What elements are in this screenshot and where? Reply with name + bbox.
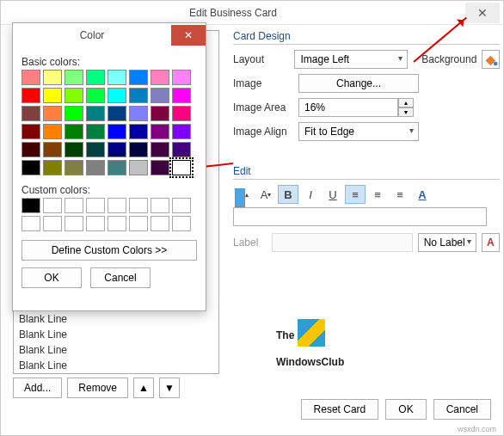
edit-text-input[interactable] (233, 207, 487, 226)
custom-color-swatch[interactable] (151, 198, 169, 213)
cancel-button[interactable]: Cancel (90, 267, 151, 288)
color-swatch[interactable] (108, 160, 126, 175)
custom-color-swatch[interactable] (172, 216, 191, 231)
close-button[interactable]: ✕ (465, 3, 500, 23)
color-swatch[interactable] (43, 106, 62, 121)
color-swatch[interactable] (22, 70, 40, 85)
color-swatch[interactable] (151, 142, 169, 157)
reset-card-button[interactable]: Reset Card (301, 399, 379, 420)
close-button[interactable]: ✕ (171, 25, 206, 46)
color-swatch[interactable] (129, 88, 148, 103)
color-swatch[interactable] (172, 124, 191, 139)
label-color-button[interactable]: A (482, 233, 500, 252)
color-swatch[interactable] (43, 142, 62, 157)
color-swatch[interactable] (172, 70, 191, 85)
color-swatch[interactable] (65, 124, 83, 139)
list-item[interactable]: Blank Line (14, 311, 218, 327)
color-swatch[interactable] (22, 124, 40, 139)
color-swatch[interactable] (172, 106, 191, 121)
color-swatch[interactable] (22, 160, 40, 175)
list-item[interactable]: Blank Line (14, 327, 218, 342)
align-left-button[interactable]: ≡ (345, 185, 366, 204)
color-swatch[interactable] (129, 160, 148, 175)
color-swatch[interactable] (108, 106, 126, 121)
color-swatch[interactable] (22, 88, 40, 103)
color-swatch[interactable] (129, 70, 148, 85)
color-swatch[interactable] (86, 124, 105, 139)
move-down-button[interactable]: ▼ (159, 378, 180, 398)
layout-select[interactable]: Image Left (294, 50, 408, 69)
ok-button[interactable]: OK (22, 267, 82, 288)
color-swatch[interactable] (108, 70, 126, 85)
image-area-spinner[interactable]: 16% ▲▼ (298, 98, 414, 117)
custom-color-swatch[interactable] (43, 216, 62, 231)
custom-color-swatch[interactable] (65, 216, 83, 231)
color-swatch[interactable] (151, 160, 169, 175)
color-swatch[interactable] (86, 106, 105, 121)
list-item[interactable]: Blank Line (14, 342, 218, 358)
align-right-button[interactable]: ≡ (390, 185, 410, 204)
move-up-button[interactable]: ▲ (133, 378, 154, 398)
remove-button[interactable]: Remove (67, 378, 128, 398)
custom-color-swatch[interactable] (108, 198, 126, 213)
custom-color-swatch[interactable] (108, 216, 126, 231)
color-swatch[interactable] (129, 124, 148, 139)
color-swatch[interactable] (65, 160, 83, 175)
custom-color-swatch[interactable] (43, 198, 62, 213)
custom-color-swatch[interactable] (22, 198, 40, 213)
color-swatch[interactable] (108, 124, 126, 139)
image-area-value[interactable]: 16% (298, 98, 398, 117)
label-position-select[interactable]: No Label (418, 233, 476, 252)
font-color-button[interactable]: A (412, 185, 433, 204)
color-swatch[interactable] (22, 106, 40, 121)
custom-color-swatch[interactable] (151, 216, 169, 231)
color-swatch[interactable] (151, 70, 169, 85)
custom-color-swatch[interactable] (129, 216, 148, 231)
color-swatch[interactable] (108, 142, 126, 157)
color-swatch[interactable] (151, 88, 169, 103)
color-swatch[interactable] (172, 142, 191, 157)
label-input[interactable] (272, 233, 413, 252)
color-swatch[interactable] (151, 124, 169, 139)
color-swatch[interactable] (129, 142, 148, 157)
align-center-button[interactable]: ≡ (367, 185, 388, 204)
color-swatch[interactable] (172, 88, 191, 103)
bold-button[interactable]: B (278, 185, 298, 204)
color-swatch[interactable] (65, 88, 83, 103)
background-color-button[interactable] (482, 50, 500, 69)
color-swatch[interactable] (43, 160, 62, 175)
list-item[interactable]: Blank Line (14, 358, 218, 373)
color-swatch[interactable] (22, 142, 40, 157)
color-swatch[interactable] (86, 160, 105, 175)
color-swatch[interactable] (65, 106, 83, 121)
spin-up-icon[interactable]: ▲ (398, 98, 414, 107)
image-align-select[interactable]: Fit to Edge (298, 122, 419, 141)
color-swatch[interactable] (129, 106, 148, 121)
decrease-font-button[interactable]: A▾ (255, 185, 276, 204)
color-swatch[interactable] (65, 70, 83, 85)
custom-color-swatch[interactable] (86, 216, 105, 231)
cancel-button[interactable]: Cancel (433, 399, 491, 420)
italic-button[interactable]: I (300, 185, 321, 204)
color-swatch[interactable] (108, 88, 126, 103)
custom-color-swatch[interactable] (172, 198, 191, 213)
spin-down-icon[interactable]: ▼ (398, 107, 414, 117)
custom-color-swatch[interactable] (22, 216, 40, 231)
color-swatch[interactable] (86, 142, 105, 157)
color-swatch[interactable] (86, 88, 105, 103)
custom-color-swatch[interactable] (65, 198, 83, 213)
define-custom-colors-button[interactable]: Define Custom Colors >> (22, 240, 197, 261)
color-swatch[interactable] (172, 160, 191, 175)
underline-button[interactable]: U (323, 185, 343, 204)
color-swatch[interactable] (43, 88, 62, 103)
color-swatch[interactable] (43, 124, 62, 139)
color-swatch[interactable] (65, 142, 83, 157)
custom-color-swatch[interactable] (129, 198, 148, 213)
color-swatch[interactable] (86, 70, 105, 85)
color-swatch[interactable] (43, 70, 62, 85)
ok-button[interactable]: OK (385, 399, 426, 420)
change-image-button[interactable]: Change... (298, 74, 419, 93)
add-button[interactable]: Add... (13, 378, 62, 398)
color-swatch[interactable] (151, 106, 169, 121)
custom-color-swatch[interactable] (86, 198, 105, 213)
